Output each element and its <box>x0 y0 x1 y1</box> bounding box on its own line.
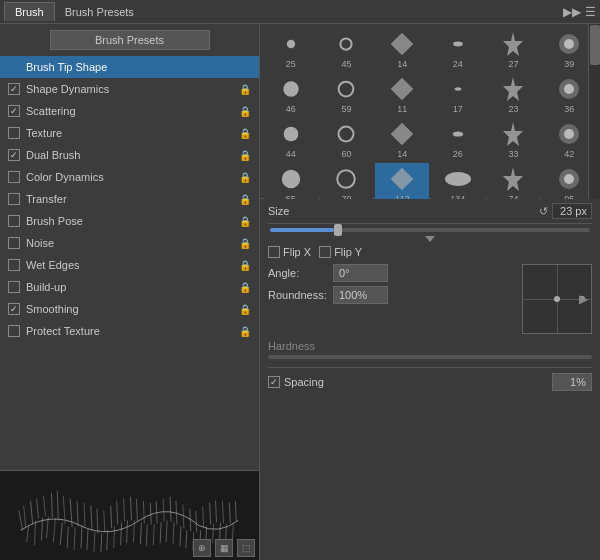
size-row: Size ↺ 23 px <box>268 203 592 224</box>
brush-thumbnail <box>444 75 472 103</box>
brush-item-checkbox[interactable] <box>8 83 20 95</box>
brush-grid-cell[interactable]: 11 <box>375 73 429 116</box>
angle-widget[interactable]: ▶ <box>522 264 592 334</box>
brush-list-item[interactable]: Noise🔒 <box>0 232 259 254</box>
svg-point-78 <box>564 84 574 94</box>
brush-item-checkbox[interactable] <box>8 127 20 139</box>
brush-list-item[interactable]: Texture🔒 <box>0 122 259 144</box>
brush-grid-cell[interactable]: 17 <box>431 73 485 116</box>
flip-y-cb[interactable] <box>319 246 331 258</box>
brush-cell-size: 46 <box>286 104 296 114</box>
brush-thumbnail <box>277 30 305 58</box>
tab-brush-presets[interactable]: Brush Presets <box>55 3 144 21</box>
brush-list-item[interactable]: Color Dynamics🔒 <box>0 166 259 188</box>
brush-grid-cell[interactable]: 14 <box>375 118 429 161</box>
main-layout: Brush Presets Brush Tip ShapeShape Dynam… <box>0 24 600 560</box>
brush-grid-cell[interactable]: 14 <box>375 28 429 71</box>
brush-item-checkbox[interactable] <box>8 193 20 205</box>
brush-item-checkbox[interactable] <box>8 171 20 183</box>
brush-item-checkbox[interactable] <box>8 259 20 271</box>
brush-item-checkbox[interactable] <box>8 149 20 161</box>
roundness-input[interactable] <box>333 286 388 304</box>
size-slider-thumb[interactable] <box>334 224 342 236</box>
svg-point-86 <box>338 170 356 188</box>
brush-grid-scrollbar[interactable] <box>588 24 600 199</box>
brush-list-item[interactable]: Transfer🔒 <box>0 188 259 210</box>
brush-grid-cell[interactable]: 46 <box>264 73 318 116</box>
size-slider-row <box>268 228 592 232</box>
brush-grid-cell[interactable]: 55 <box>264 163 318 199</box>
left-panel: Brush Presets Brush Tip ShapeShape Dynam… <box>0 24 260 560</box>
brush-thumbnail <box>555 75 583 103</box>
brush-grid-cell[interactable]: 112 <box>375 163 429 199</box>
scrollbar-thumb[interactable] <box>590 25 600 65</box>
spacing-cb[interactable]: ✓ <box>268 376 280 388</box>
brush-grid-cell[interactable]: 59 <box>320 73 374 116</box>
brush-cell-size: 74 <box>508 194 518 199</box>
brush-item-lock-icon: 🔒 <box>239 84 251 95</box>
hardness-slider[interactable] <box>268 355 592 359</box>
flip-x-cb[interactable] <box>268 246 280 258</box>
bottom-icon-1[interactable]: ⊕ <box>193 539 211 557</box>
brush-list-item[interactable]: Smoothing🔒 <box>0 298 259 320</box>
brush-thumbnail <box>499 165 527 193</box>
brush-thumbnail <box>277 75 305 103</box>
angle-roundness-fields: Angle: Roundness: <box>268 264 514 308</box>
brush-thumbnail <box>332 30 360 58</box>
brush-grid-cell[interactable]: 27 <box>487 28 541 71</box>
flip-y-checkbox[interactable]: Flip Y <box>319 246 362 258</box>
brush-item-checkbox[interactable] <box>8 215 20 227</box>
brush-grid-cell[interactable]: 44 <box>264 118 318 161</box>
brush-grid-cell[interactable]: 24 <box>431 28 485 71</box>
brush-grid-cell[interactable]: 45 <box>320 28 374 71</box>
brush-list-item[interactable]: Wet Edges🔒 <box>0 254 259 276</box>
brush-item-checkbox[interactable] <box>8 105 20 117</box>
brush-item-checkbox[interactable] <box>8 303 20 315</box>
brush-item-lock-icon: 🔒 <box>239 216 251 227</box>
brush-list-item[interactable]: Shape Dynamics🔒 <box>0 78 259 100</box>
brush-list-item[interactable]: Build-up🔒 <box>0 276 259 298</box>
hardness-label: Hardness <box>268 340 592 352</box>
tab-brush[interactable]: Brush <box>4 2 55 21</box>
brush-grid-cell[interactable]: 70 <box>320 163 374 199</box>
brush-list-item[interactable]: Brush Tip Shape <box>0 56 259 78</box>
top-tab-bar: Brush Brush Presets ▶▶ ☰ <box>0 0 600 24</box>
bottom-icon-2[interactable]: ▦ <box>215 539 233 557</box>
brush-grid-cell[interactable]: 134 <box>431 163 485 199</box>
brush-list-item[interactable]: Protect Texture🔒 <box>0 320 259 342</box>
menu-icon[interactable]: ☰ <box>585 5 596 19</box>
size-slider-track[interactable] <box>270 228 590 232</box>
brush-grid-cell[interactable]: 26 <box>431 118 485 161</box>
roundness-field-row: Roundness: <box>268 286 514 304</box>
spacing-check-mark: ✓ <box>270 377 278 387</box>
brush-item-checkbox[interactable] <box>8 325 20 337</box>
spacing-checkbox[interactable]: ✓ Spacing <box>268 376 552 388</box>
brush-cell-size: 134 <box>450 194 465 199</box>
brush-grid-cell[interactable]: 33 <box>487 118 541 161</box>
brush-item-lock-icon: 🔒 <box>239 128 251 139</box>
brush-list-item[interactable]: Brush Pose🔒 <box>0 210 259 232</box>
brush-grid-cell[interactable]: 25 <box>264 28 318 71</box>
brush-thumbnail <box>555 165 583 193</box>
brush-thumbnail <box>388 30 416 58</box>
brush-grid-cell[interactable]: 23 <box>487 73 541 116</box>
brush-list-item[interactable]: Scattering🔒 <box>0 100 259 122</box>
brush-grid-cell[interactable]: 60 <box>320 118 374 161</box>
brush-cell-size: 42 <box>564 149 574 159</box>
angle-label: Angle: <box>268 267 333 279</box>
brush-list-item[interactable]: Dual Brush🔒 <box>0 144 259 166</box>
bottom-icon-3[interactable]: ⬚ <box>237 539 255 557</box>
brush-thumbnail <box>555 120 583 148</box>
double-arrow-icon[interactable]: ▶▶ <box>563 5 581 19</box>
brush-grid-cell[interactable]: 74 <box>487 163 541 199</box>
svg-point-76 <box>454 87 461 90</box>
brush-item-label: Color Dynamics <box>26 171 239 183</box>
brush-item-lock-icon: 🔒 <box>239 194 251 205</box>
size-reset-button[interactable]: ↺ <box>539 205 548 218</box>
angle-input[interactable] <box>333 264 388 282</box>
flip-x-checkbox[interactable]: Flip X <box>268 246 311 258</box>
brush-item-checkbox[interactable] <box>8 281 20 293</box>
brush-presets-button[interactable]: Brush Presets <box>50 30 210 50</box>
brush-item-checkbox[interactable] <box>8 237 20 249</box>
brush-thumbnail <box>444 30 472 58</box>
